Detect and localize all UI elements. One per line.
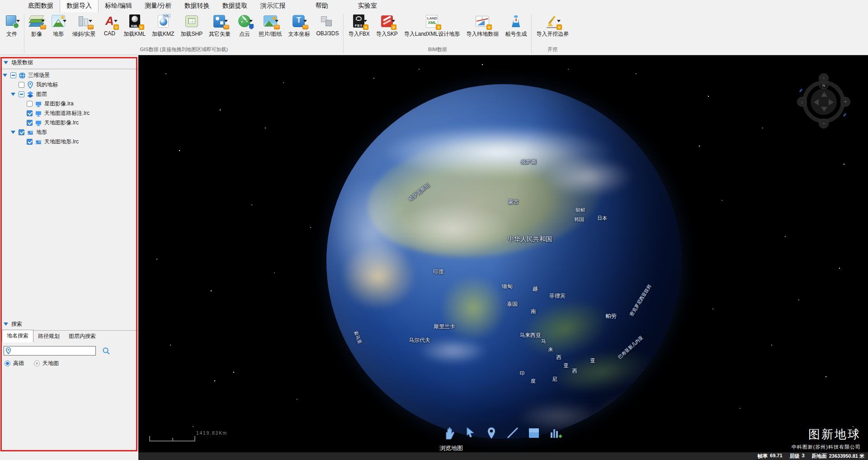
ribbon-button-import-excavation[interactable]: V 导入开挖边界: [533, 13, 572, 38]
file-button[interactable]: 文件: [1, 13, 23, 38]
search-input[interactable]: [4, 346, 96, 356]
ribbon-button-load-kmz[interactable]: KML 加载KMZ: [149, 13, 177, 38]
tree-row-tianditu-roads[interactable]: 天地图道路标注.lrc: [0, 109, 138, 118]
excavation-shovel-icon: V: [545, 14, 560, 28]
sketchup-icon: V: [379, 14, 395, 28]
scene-data-panel: 场景数据 三维场景 我的地标: [0, 55, 138, 317]
draw-rectangle-tool[interactable]: [527, 426, 541, 440]
ribbon-button-imagery[interactable]: 影像: [26, 13, 47, 38]
tab-lab[interactable]: 实验室: [352, 0, 383, 12]
pile-cone-icon: 3: [508, 14, 524, 28]
chart-analysis-tool[interactable]: [548, 426, 562, 440]
tree-row-my-placemarks[interactable]: 我的地标: [0, 80, 138, 90]
checkbox-on[interactable]: [27, 110, 33, 116]
folder-badge-icon: [302, 25, 308, 29]
tab-route-planning[interactable]: 路径规划: [33, 331, 64, 342]
dropdown-caret-icon: [41, 20, 45, 22]
tab-data-import[interactable]: 数据导入: [60, 0, 99, 12]
ribbon-button-cad[interactable]: AV CAD: [99, 13, 120, 37]
zoom-in-button[interactable]: +: [840, 97, 850, 107]
dropdown-caret-icon: [303, 20, 307, 22]
ribbon-button-oblique[interactable]: 倾斜/实景: [69, 13, 99, 38]
tab-help[interactable]: 帮助: [309, 0, 335, 12]
pan-right-arrow-icon: [829, 99, 834, 105]
point-cloud-wand-icon: [237, 14, 252, 28]
expand-arrow-icon[interactable]: [3, 74, 7, 77]
text-coordinate-icon: T: [291, 14, 307, 28]
fbx-file-icon: FBXV: [351, 14, 367, 28]
map-viewport[interactable]: 俄罗斯哈萨克斯坦蒙古朝鲜韩国日本中华人民共和国印度缅甸泰国越南菲律宾斯里兰卡马尔…: [138, 55, 868, 452]
draw-line-tool[interactable]: [506, 426, 519, 440]
obj-3ds-cubes-icon: [320, 14, 335, 28]
tree-row-layers[interactable]: 图层: [0, 90, 138, 99]
tree-row-star-imagery[interactable]: 星图影像.lra: [0, 99, 138, 109]
tab-data-convert[interactable]: 数据转换: [178, 0, 216, 12]
compass-pan-control[interactable]: [811, 89, 837, 115]
tree-row-tianditu-terrain[interactable]: 天地图地形.lrc: [0, 137, 138, 147]
terrain-map-icon: [35, 138, 42, 146]
placemark-tool[interactable]: [485, 426, 498, 440]
radio-gaode[interactable]: 高德: [5, 360, 24, 367]
scene-panel-title: 场景数据: [11, 59, 33, 66]
tab-measure-analysis[interactable]: 测量/分析: [138, 0, 178, 12]
ribbon-button-import-weidi[interactable]: V 导入纬地数据: [463, 13, 502, 38]
tab-base-data[interactable]: 底图数据: [22, 0, 60, 12]
expand-arrow-icon[interactable]: [11, 93, 15, 96]
ribbon-separator: [343, 14, 344, 53]
ribbon-button-obj3ds[interactable]: OBJ/3DS: [313, 13, 342, 37]
ribbon-button-text-coord[interactable]: T 文本坐标: [285, 13, 313, 38]
checkbox-partial[interactable]: [19, 91, 24, 97]
select-cursor-tool[interactable]: [463, 426, 477, 440]
scene-panel-header[interactable]: 场景数据: [0, 55, 138, 69]
tab-plot-edit[interactable]: 标绘/编辑: [99, 0, 138, 12]
tab-data-extract[interactable]: 数据提取: [216, 0, 254, 12]
pan-hand-tool[interactable]: [442, 426, 456, 440]
radio-tianditu[interactable]: 天地图: [34, 360, 59, 367]
tab-presentation[interactable]: 演示汇报: [254, 0, 292, 12]
ribbon-group-excavation: V 导入开挖边界 开挖: [532, 12, 573, 55]
ribbon-button-import-skp[interactable]: V 导入SKP: [373, 13, 401, 38]
ribbon-group-gis: 影像 地形 倾斜/实景 AV CAD KMLV: [25, 12, 343, 55]
ribbon-button-load-shp[interactable]: 加载SHP: [177, 13, 206, 38]
ribbon-button-point-cloud[interactable]: 点云: [234, 13, 255, 38]
checkbox-off[interactable]: [19, 82, 24, 88]
checkbox-partial[interactable]: [10, 72, 16, 78]
zoom-out-button[interactable]: −: [819, 119, 829, 128]
checkbox-on[interactable]: [27, 139, 33, 145]
v-badge-icon: V: [436, 24, 441, 30]
compass-north-button[interactable]: N: [819, 83, 828, 89]
kmz-globe-icon: KML: [156, 14, 171, 28]
earth-globe[interactable]: [326, 84, 681, 439]
location-pin-icon: [5, 347, 12, 354]
file-cube-icon: [4, 14, 19, 28]
ribbon-button-load-kml[interactable]: KMLV 加载KML: [120, 13, 149, 38]
tree-row-3d-scene[interactable]: 三维场景: [0, 71, 138, 80]
terrain-mountain-icon: [51, 14, 66, 28]
search-icon[interactable]: [102, 347, 110, 355]
ribbon-button-import-fbx[interactable]: FBXV 导入FBX: [345, 13, 373, 38]
checkbox-off[interactable]: [27, 101, 33, 107]
checkbox-on[interactable]: [27, 120, 33, 126]
tilt-up-button[interactable]: ↑: [819, 73, 829, 83]
fps-value: 69.71: [770, 453, 783, 460]
ribbon-button-photo[interactable]: 照片/图纸: [255, 13, 285, 38]
tilt-down-button[interactable]: ↓: [797, 97, 807, 107]
shp-grid-icon: [184, 14, 199, 28]
ribbon-button-import-landxml[interactable]: LANDXMLV 导入LandXML设计地形: [401, 13, 463, 38]
cad-icon: AV: [102, 14, 117, 28]
zoom-level-value: 3: [802, 453, 805, 460]
ribbon-button-terrain[interactable]: 地形: [47, 13, 69, 38]
ribbon-button-other-vector[interactable]: 其它矢量: [206, 13, 234, 38]
tree-row-terrain[interactable]: 地形: [0, 128, 138, 137]
tab-layer-search[interactable]: 图层内搜索: [64, 331, 100, 342]
folder-badge-icon: [223, 25, 229, 29]
search-source-radios: 高德 天地图: [5, 360, 138, 367]
ribbon-separator: [24, 14, 24, 53]
tree-row-tianditu-imagery[interactable]: 天地图影像.lrc: [0, 118, 138, 128]
search-panel-header[interactable]: 搜索: [0, 317, 138, 330]
dropdown-caret-icon: [249, 20, 253, 22]
checkbox-on[interactable]: [19, 129, 24, 135]
expand-arrow-icon[interactable]: [11, 131, 15, 134]
tab-place-search[interactable]: 地名搜索: [2, 330, 33, 342]
ribbon-button-pile-number[interactable]: 3 桩号生成: [502, 13, 530, 38]
